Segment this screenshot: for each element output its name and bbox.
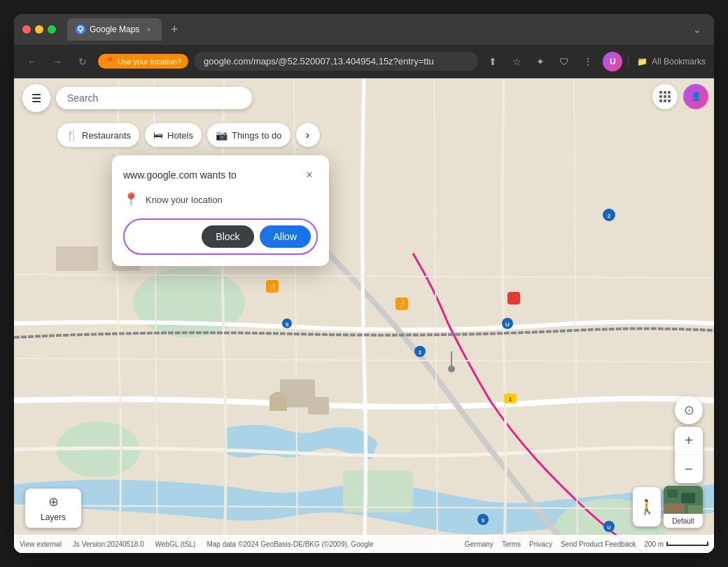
svg-rect-9 bbox=[308, 397, 329, 414]
svg-point-2 bbox=[133, 267, 245, 337]
dialog-location-icon: 📍 bbox=[123, 192, 139, 207]
svg-rect-42 bbox=[664, 95, 666, 98]
maps-search-bar[interactable]: Search bbox=[56, 87, 252, 109]
map-container[interactable]: 🍴 🍴 U S S U 2 2 bbox=[14, 78, 714, 553]
svg-rect-41 bbox=[659, 95, 662, 98]
dialog-close-btn[interactable]: × bbox=[301, 167, 318, 183]
camera-icon: 📷 bbox=[216, 130, 227, 141]
allow-btn[interactable]: Allow bbox=[260, 225, 311, 248]
js-version: Js Version:20240518.0 bbox=[73, 540, 144, 548]
svg-text:🍴: 🍴 bbox=[268, 282, 277, 291]
svg-text:U: U bbox=[607, 525, 610, 530]
satellite-preview bbox=[664, 486, 703, 514]
profile-avatar[interactable]: U bbox=[603, 52, 622, 71]
extensions-icon[interactable]: ✦ bbox=[531, 52, 550, 71]
share-icon[interactable]: ⬆ bbox=[484, 52, 502, 71]
street-view-btn[interactable]: 🚶 bbox=[633, 487, 661, 526]
search-placeholder: Search bbox=[67, 92, 98, 104]
maps-menu-btn[interactable]: ☰ bbox=[22, 84, 50, 112]
close-traffic-light[interactable] bbox=[22, 25, 31, 34]
layers-btn[interactable]: ⊕ Layers bbox=[25, 489, 81, 528]
status-bar-right: Germany Terms Privacy Send Product Feedb… bbox=[465, 540, 708, 548]
back-btn[interactable]: ← bbox=[22, 52, 42, 71]
svg-rect-49 bbox=[667, 489, 678, 498]
status-bar: View external Js Version:20240518.0 WebG… bbox=[14, 535, 714, 553]
url-bar[interactable]: google.com/maps/@52.520007,13.404954,15z… bbox=[194, 52, 478, 71]
zoom-controls: + − bbox=[675, 427, 703, 483]
more-icon[interactable]: ⋮ bbox=[579, 52, 597, 71]
browser-dropdown-btn[interactable]: ⌄ bbox=[689, 21, 706, 38]
permission-dialog: www.google.com wants to × 📍 Know your lo… bbox=[112, 155, 329, 266]
new-tab-btn[interactable]: + bbox=[164, 20, 184, 39]
svg-rect-43 bbox=[668, 95, 671, 98]
google-apps-btn[interactable] bbox=[652, 84, 678, 109]
things-to-do-pill[interactable]: 📷 Things to do bbox=[207, 123, 290, 147]
svg-rect-44 bbox=[659, 99, 662, 102]
traffic-lights bbox=[22, 25, 56, 34]
pills-arrow-btn[interactable]: › bbox=[296, 123, 320, 147]
minimize-traffic-light[interactable] bbox=[35, 25, 43, 34]
restaurants-icon: 🍴 bbox=[66, 130, 78, 141]
svg-text:S: S bbox=[482, 518, 485, 523]
refresh-btn[interactable]: ↻ bbox=[73, 52, 92, 71]
hamburger-icon: ☰ bbox=[31, 92, 41, 105]
toolbar-icons: ⬆ ☆ ✦ 🛡 ⋮ U 📁 All Bookmarks bbox=[484, 52, 706, 71]
svg-rect-14 bbox=[507, 292, 520, 304]
tab-close-btn[interactable]: × bbox=[144, 24, 153, 34]
dialog-permission-text: Know your location bbox=[146, 195, 223, 205]
tab-bar: Google Maps × + bbox=[67, 18, 683, 41]
map-bottom-controls: 🚶 Default bbox=[633, 486, 703, 528]
restaurants-pill[interactable]: 🍴 Restaurants bbox=[57, 123, 139, 147]
svg-text:U: U bbox=[505, 321, 510, 328]
block-btn[interactable]: Block bbox=[202, 225, 253, 248]
svg-rect-40 bbox=[668, 91, 671, 94]
tab-title: Google Maps bbox=[90, 24, 139, 34]
svg-text:🍴: 🍴 bbox=[398, 300, 407, 309]
scale-line bbox=[666, 542, 708, 546]
dialog-header: www.google.com wants to × bbox=[123, 167, 318, 183]
location-prompt-label: Use your location? bbox=[118, 57, 181, 66]
bookmark-icon[interactable]: ☆ bbox=[507, 52, 526, 71]
dialog-title: www.google.com wants to bbox=[123, 169, 237, 181]
browser-window: Google Maps × + ⌄ ← → ↻ 📍 Use your locat… bbox=[14, 14, 714, 553]
svg-rect-46 bbox=[668, 99, 671, 102]
privacy-link[interactable]: Privacy bbox=[529, 540, 552, 548]
terms-link[interactable]: Terms bbox=[502, 540, 521, 548]
svg-rect-50 bbox=[681, 493, 695, 503]
webgl-label: WebGL (tSL) bbox=[155, 540, 196, 548]
zoom-in-btn[interactable]: + bbox=[675, 427, 703, 455]
svg-rect-51 bbox=[664, 503, 685, 514]
maps-top-bar: ☰ Search bbox=[14, 78, 714, 118]
germany-label[interactable]: Germany bbox=[465, 540, 493, 548]
active-tab[interactable]: Google Maps × bbox=[67, 18, 162, 41]
svg-rect-38 bbox=[659, 91, 662, 94]
svg-rect-45 bbox=[664, 99, 666, 102]
svg-rect-5 bbox=[343, 470, 413, 512]
bookmarks-area[interactable]: 📁 All Bookmarks bbox=[628, 57, 706, 66]
hotels-pill[interactable]: 🛏 Hotels bbox=[145, 123, 202, 147]
maps-favicon bbox=[76, 24, 85, 34]
maximize-traffic-light[interactable] bbox=[48, 25, 56, 34]
svg-text:1: 1 bbox=[509, 396, 512, 402]
bookmarks-label: All Bookmarks bbox=[652, 57, 706, 66]
maps-top-right: 👤 bbox=[652, 84, 708, 109]
view-external[interactable]: View external bbox=[20, 540, 62, 548]
forward-btn[interactable]: → bbox=[48, 52, 67, 71]
hotels-icon: 🛏 bbox=[153, 130, 163, 141]
shields-icon[interactable]: 🛡 bbox=[555, 52, 573, 71]
svg-rect-52 bbox=[688, 505, 703, 514]
svg-text:S: S bbox=[286, 322, 289, 327]
scale-label: 200 m bbox=[644, 540, 664, 548]
user-avatar-map[interactable]: 👤 bbox=[683, 84, 708, 109]
human-icon: 🚶 bbox=[638, 498, 656, 515]
bookmarks-folder-icon: 📁 bbox=[637, 57, 648, 66]
send-feedback-link[interactable]: Send Product Feedback bbox=[561, 540, 636, 548]
location-icon: 📍 bbox=[105, 57, 115, 66]
location-prompt-btn[interactable]: 📍 Use your location? bbox=[98, 54, 188, 69]
satellite-toggle[interactable]: Default bbox=[664, 486, 703, 528]
location-center-btn[interactable]: ⊙ bbox=[675, 396, 703, 424]
dialog-buttons: Block Allow bbox=[123, 218, 318, 255]
address-bar: ← → ↻ 📍 Use your location? google.com/ma… bbox=[14, 45, 714, 78]
zoom-out-btn[interactable]: − bbox=[675, 455, 703, 483]
dialog-content: 📍 Know your location bbox=[123, 192, 318, 207]
